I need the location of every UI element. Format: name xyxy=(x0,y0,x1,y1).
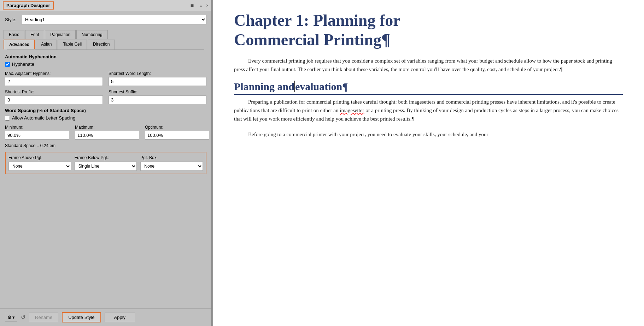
shortest-prefix-label: Shortest Prefix: xyxy=(5,89,103,94)
style-row: Style: Heading1 xyxy=(0,11,211,28)
hyphenate-row: Hyphenate xyxy=(5,62,206,67)
max-hyphens-field: Max. Adjacent Hyphens: 2 xyxy=(5,71,103,86)
frame-labels-row: Frame Above Pgf: Frame Below Pgf.: Pgf. … xyxy=(8,155,203,160)
document-area: Chapter 1: Planning forCommercial Printi… xyxy=(212,0,644,326)
frame-dropdowns-row: None Single Line Double Line None Single… xyxy=(8,162,203,171)
section-heading: Planning andevaluation¶ xyxy=(234,81,623,95)
prefix-suffix-row: Shortest Prefix: 3 Shortest Suffix: 3 xyxy=(5,89,206,104)
pgf-box-label: Pgf. Box: xyxy=(140,155,203,160)
pgf-box-select[interactable]: None Single Line Double Line xyxy=(140,162,203,171)
chapter-title: Chapter 1: Planning forCommercial Printi… xyxy=(234,11,623,50)
gear-dropdown-arrow: ▾ xyxy=(12,315,15,320)
window-close-icon[interactable]: × xyxy=(206,3,209,8)
tab-table-cell[interactable]: Table Cell xyxy=(58,40,87,50)
optimum-label: Optimum: xyxy=(145,125,209,130)
body-paragraph-3: Before going to a commercial printer wit… xyxy=(234,130,623,139)
frame-below-label: Frame Below Pgf.: xyxy=(75,155,137,160)
style-select[interactable]: Heading1 xyxy=(21,15,206,24)
word-spacing-title: Word Spacing (% of Standard Space) xyxy=(5,108,206,113)
tabs-row1: Basic Font Pagination Numbering xyxy=(4,30,208,39)
shortest-suffix-field: Shortest Suffix: 3 xyxy=(109,89,206,104)
body-paragraph-2: Preparing a publication for commercial p… xyxy=(234,98,623,123)
shortest-word-label: Shortest Word Length: xyxy=(109,71,206,76)
maximum-input[interactable]: 110.0% xyxy=(75,131,139,140)
tab-direction[interactable]: Direction xyxy=(88,40,115,50)
shortest-prefix-field: Shortest Prefix: 3 xyxy=(5,89,103,104)
refresh-button[interactable]: ↺ xyxy=(21,314,25,321)
tab-asian[interactable]: Asian xyxy=(36,40,57,50)
tab-advanced[interactable]: Advanced xyxy=(4,40,35,50)
letter-spacing-row: Allow Automatic Letter Spacing xyxy=(5,115,206,121)
tab-pagination[interactable]: Pagination xyxy=(45,30,76,39)
letter-spacing-label: Allow Automatic Letter Spacing xyxy=(12,115,75,121)
shortest-suffix-input[interactable]: 3 xyxy=(109,95,206,104)
content-area: Automatic Hyphenation Hyphenate Max. Adj… xyxy=(0,50,211,308)
rename-button[interactable]: Rename xyxy=(29,313,58,322)
tabs-row2: Advanced Asian Table Cell Direction xyxy=(4,40,208,50)
window-collapse-icon[interactable]: « xyxy=(199,3,202,8)
optimum-field: Optimum: 100.0% xyxy=(145,125,209,140)
gear-icon: ⚙ xyxy=(7,315,12,320)
panel-menu-icon[interactable]: ≡ xyxy=(191,2,194,9)
minimum-input[interactable]: 90.0% xyxy=(5,131,69,140)
frame-above-select[interactable]: None Single Line Double Line xyxy=(8,162,71,171)
optimum-input[interactable]: 100.0% xyxy=(145,131,209,140)
shortest-prefix-input[interactable]: 3 xyxy=(5,95,103,104)
maximum-field: Maximum: 110.0% xyxy=(75,125,139,140)
update-style-button[interactable]: Update Style xyxy=(62,312,101,322)
shortest-word-field: Shortest Word Length: 5 xyxy=(109,71,206,86)
letter-spacing-checkbox[interactable] xyxy=(5,116,10,121)
apply-button[interactable]: Apply xyxy=(105,313,135,322)
tab-basic[interactable]: Basic xyxy=(4,30,24,39)
spacing-row: Minimum: 90.0% Maximum: 110.0% Optimum: … xyxy=(5,125,206,140)
frame-area: Frame Above Pgf: Frame Below Pgf.: Pgf. … xyxy=(5,152,206,174)
frame-below-select[interactable]: None Single Line Double Line xyxy=(75,162,137,171)
shortest-suffix-label: Shortest Suffix: xyxy=(109,89,206,94)
hyphenation-section-title: Automatic Hyphenation xyxy=(5,54,206,59)
panel-title: Paragraph Designer xyxy=(3,1,54,10)
hyphenate-label: Hyphenate xyxy=(12,62,34,67)
hyphens-row: Max. Adjacent Hyphens: 2 Shortest Word L… xyxy=(5,71,206,86)
tab-numbering[interactable]: Numbering xyxy=(76,30,108,39)
style-label: Style: xyxy=(5,17,18,22)
minimum-label: Minimum: xyxy=(5,125,69,130)
frame-above-label: Frame Above Pgf: xyxy=(8,155,71,160)
maximum-label: Maximum: xyxy=(75,125,139,130)
hyphenate-checkbox[interactable] xyxy=(5,62,10,67)
standard-space-text: Standard Space = 0.24 em xyxy=(5,143,206,148)
gear-button[interactable]: ⚙ ▾ xyxy=(5,313,17,322)
minimum-field: Minimum: 90.0% xyxy=(5,125,69,140)
body-paragraph-1: Every commercial printing job requires t… xyxy=(234,57,623,74)
tabs-area: Basic Font Pagination Numbering Advanced… xyxy=(0,28,211,50)
tab-font[interactable]: Font xyxy=(25,30,44,39)
paragraph-designer-panel: Paragraph Designer « × ≡ Style: Heading1… xyxy=(0,0,212,326)
bottom-bar: ⚙ ▾ ↺ Rename Update Style Apply xyxy=(0,308,211,326)
max-hyphens-input[interactable]: 2 xyxy=(5,77,103,86)
max-hyphens-label: Max. Adjacent Hyphens: xyxy=(5,71,103,76)
refresh-icon: ↺ xyxy=(21,314,25,320)
shortest-word-input[interactable]: 5 xyxy=(109,77,206,86)
